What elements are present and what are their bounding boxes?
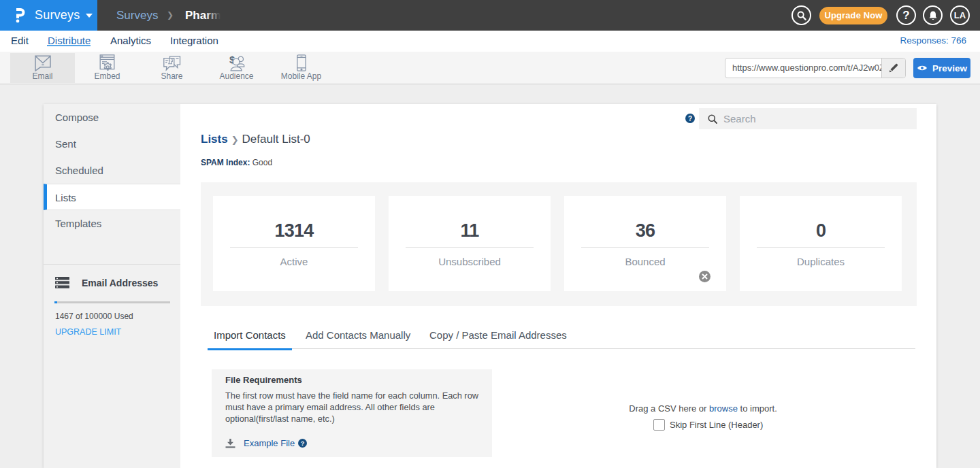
svg-text:?: ? (688, 115, 692, 122)
svg-text:?: ? (301, 440, 305, 447)
